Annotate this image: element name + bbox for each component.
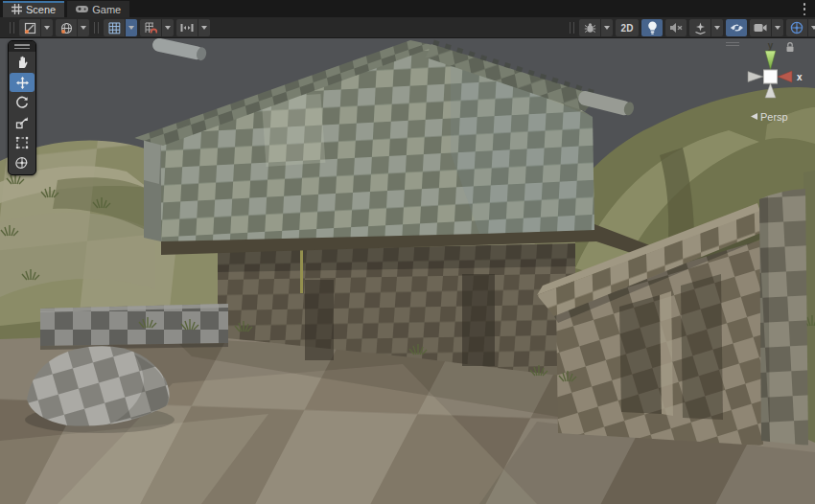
camera-icon [754, 23, 767, 33]
lightbulb-icon [647, 21, 658, 34]
bug-icon [584, 22, 596, 34]
eye-slash-icon [730, 22, 744, 34]
snap-settings-button[interactable] [176, 19, 198, 36]
gizmo-persp-label: Persp [760, 111, 788, 123]
gizmo-center-cube[interactable] [764, 70, 778, 83]
grid-visibility-button[interactable] [104, 19, 125, 36]
grid-tab-icon [12, 4, 22, 14]
rotate-tool-button[interactable] [10, 93, 35, 112]
scene-view-window: Scene Game [0, 0, 815, 504]
view-options-overlay: 2D [568, 19, 815, 36]
effects-button[interactable] [689, 19, 710, 36]
overlay-grip[interactable] [94, 22, 99, 34]
scene-tint [0, 38, 815, 504]
snap-to-grid-dropdown[interactable] [162, 19, 174, 36]
scene-lighting-button[interactable] [641, 19, 663, 36]
move-arrows-icon [15, 76, 30, 90]
snap-settings-dropdown[interactable] [198, 19, 210, 36]
view-tool-button[interactable] [10, 53, 35, 72]
camera-settings-dropdown[interactable] [772, 19, 783, 36]
gizmo-y-axis-cone[interactable] [765, 51, 776, 70]
projection-toggle[interactable]: Persp [751, 111, 788, 123]
gizmos-button[interactable] [786, 19, 807, 36]
handle-position-button[interactable] [19, 19, 40, 36]
scene-visibility-button[interactable] [726, 19, 747, 36]
grid-magnet-icon [145, 22, 157, 34]
lock-icon[interactable] [787, 43, 794, 52]
snap-to-grid-button[interactable] [140, 19, 161, 36]
grid-visibility-dropdown[interactable] [126, 19, 137, 36]
scene-toolbar: 2D [0, 17, 815, 38]
kebab-vertical-icon[interactable] [800, 3, 809, 15]
grid-icon [108, 22, 121, 34]
overlay-grip[interactable] [10, 22, 14, 34]
tools-overlay-handle[interactable] [9, 41, 35, 52]
tools-overlay [8, 40, 36, 175]
handle-rotation-dropdown[interactable] [78, 19, 89, 36]
handle-rotation-button[interactable] [56, 19, 77, 36]
gamepad-icon [76, 5, 88, 13]
transform-icon [15, 156, 29, 170]
globe-icon [60, 22, 73, 34]
tab-scene-label: Scene [26, 4, 56, 15]
tab-game[interactable]: Game [67, 1, 129, 17]
gizmo-x-label: x [797, 72, 803, 82]
rect-tool-icon [15, 136, 29, 149]
camera-settings-button[interactable] [750, 19, 771, 36]
gizmo-sphere-icon [790, 21, 803, 34]
rotate-icon [15, 96, 29, 109]
tab-game-label: Game [92, 4, 121, 15]
gizmo-neg-y-axis-cone[interactable] [765, 83, 776, 98]
snap-move-icon [180, 22, 194, 34]
gizmo-x-axis-cone[interactable] [778, 71, 792, 82]
effects-star-icon [694, 22, 707, 34]
gizmo-y-label: y [768, 40, 774, 51]
hand-icon [15, 56, 29, 69]
orientation-gizmo: y x Persp [719, 38, 815, 134]
tab-scene[interactable]: Scene [3, 1, 64, 17]
tab-bar: Scene Game [0, 0, 815, 17]
gizmo-neg-x-axis-cone[interactable] [748, 72, 763, 82]
rect-tool-button[interactable] [10, 133, 35, 152]
pivot-rect-icon [24, 22, 36, 34]
speaker-muted-icon [669, 22, 683, 34]
overlay-grip[interactable] [570, 22, 574, 34]
render-debug-button[interactable] [579, 19, 600, 36]
move-tool-button[interactable] [10, 73, 35, 92]
scale-tool-button[interactable] [10, 113, 35, 132]
2d-mode-label: 2D [621, 23, 634, 34]
gizmos-dropdown[interactable] [808, 19, 815, 36]
2d-mode-button[interactable]: 2D [616, 19, 639, 36]
tool-settings-overlay [8, 19, 210, 36]
handle-position-dropdown[interactable] [41, 19, 53, 36]
scale-icon [15, 116, 29, 129]
scene-audio-button[interactable] [665, 19, 687, 36]
transform-tool-button[interactable] [10, 153, 35, 172]
effects-dropdown[interactable] [711, 19, 723, 36]
scene-viewport[interactable] [0, 38, 815, 504]
render-debug-dropdown[interactable] [601, 19, 613, 36]
